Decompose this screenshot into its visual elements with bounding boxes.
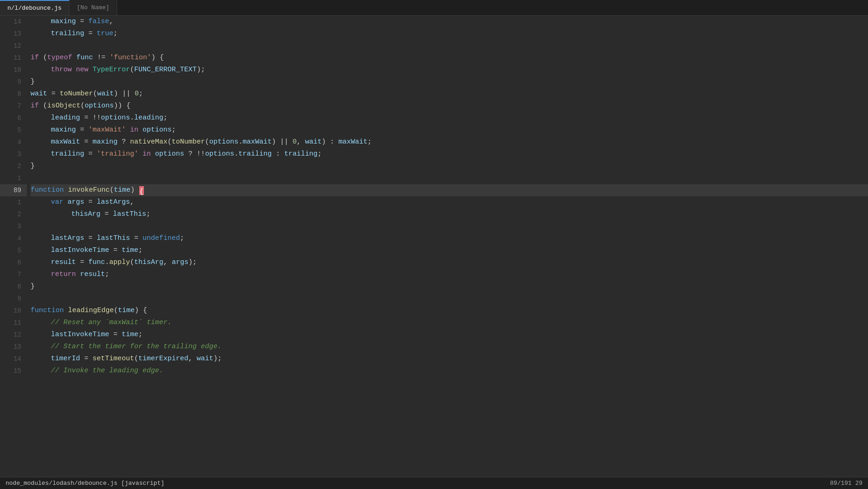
tab-debounce-label: n/l/debounce.js bbox=[7, 5, 62, 12]
ln-f8: 8 bbox=[6, 281, 21, 293]
tab-noname[interactable]: [No Name] bbox=[69, 0, 117, 15]
ln-1a: 1 bbox=[6, 172, 21, 184]
code-line-2: } bbox=[31, 160, 868, 172]
ln-12: 12 bbox=[6, 40, 21, 52]
code-line-f14: timerId = setTimeout(timerExpired, wait)… bbox=[31, 353, 868, 365]
code-line-3: trailing = 'trailing' in options ? !!opt… bbox=[31, 148, 868, 160]
code-line-f13: // Start the timer for the trailing edge… bbox=[31, 341, 868, 353]
code-line-f4: lastArgs = lastThis = undefined; bbox=[31, 232, 868, 244]
ln-f15: 15 bbox=[6, 365, 21, 377]
tab-noname-label: [No Name] bbox=[77, 4, 109, 11]
code-line-14: maxing = false, bbox=[31, 16, 868, 28]
ln-f13: 13 bbox=[6, 341, 21, 353]
ln-f3: 3 bbox=[6, 220, 21, 232]
code-line-11: if (typeof func != 'function') { bbox=[31, 52, 868, 64]
ln-f11: 11 bbox=[6, 317, 21, 329]
code-line-f9 bbox=[31, 293, 868, 305]
status-bar: node_modules/lodash/debounce.js [javascr… bbox=[0, 477, 868, 489]
code-line-6: leading = !!options.leading; bbox=[31, 112, 868, 124]
ln-f10: 10 bbox=[6, 305, 21, 317]
ln-3: 3 bbox=[6, 148, 21, 160]
ln-f2: 2 bbox=[6, 208, 21, 220]
status-file: node_modules/lodash/debounce.js [javascr… bbox=[6, 480, 164, 487]
ln-f9: 9 bbox=[6, 293, 21, 305]
ln-f12: 12 bbox=[6, 329, 21, 341]
code-line-f10: function leadingEdge(time) { bbox=[31, 305, 868, 317]
ln-11: 11 bbox=[6, 52, 21, 64]
ln-10: 10 bbox=[6, 64, 21, 76]
tab-bar: n/l/debounce.js [No Name] bbox=[0, 0, 868, 16]
code-line-8: wait = toNumber(wait) || 0; bbox=[31, 88, 868, 100]
code-content: maxing = false, trailing = true; if (typ… bbox=[27, 16, 868, 477]
ln-f7: 7 bbox=[6, 269, 21, 281]
code-line-7: if (isObject(options)) { bbox=[31, 100, 868, 112]
code-line-10: throw new TypeError(FUNC_ERROR_TEXT); bbox=[31, 64, 868, 76]
ln-4: 4 bbox=[6, 136, 21, 148]
ln-9: 9 bbox=[6, 76, 21, 88]
code-line-f12: lastInvokeTime = time; bbox=[31, 329, 868, 341]
ln-7: 7 bbox=[6, 100, 21, 112]
status-position: 89/191 29 bbox=[830, 480, 862, 487]
code-line-89: function invokeFunc(time) { bbox=[31, 184, 868, 196]
ln-6: 6 bbox=[6, 112, 21, 124]
code-line-f6: result = func.apply(thisArg, args); bbox=[31, 257, 868, 269]
code-area: 14 13 12 11 10 9 8 7 6 5 4 3 2 1 89 1 2 … bbox=[0, 16, 868, 477]
ln-f6: 6 bbox=[6, 257, 21, 269]
ln-f1: 1 bbox=[6, 196, 21, 208]
ln-14: 14 bbox=[6, 16, 21, 28]
code-line-f11: // Reset any `maxWait` timer. bbox=[31, 317, 868, 329]
code-line-13: trailing = true; bbox=[31, 28, 868, 40]
ln-5: 5 bbox=[6, 124, 21, 136]
code-line-5: maxing = 'maxWait' in options; bbox=[31, 124, 868, 136]
code-line-f8: } bbox=[31, 281, 868, 293]
line-numbers: 14 13 12 11 10 9 8 7 6 5 4 3 2 1 89 1 2 … bbox=[0, 16, 27, 477]
ln-f14: 14 bbox=[6, 353, 21, 365]
code-line-f15: // Invoke the leading edge. bbox=[31, 365, 868, 377]
ln-f5: 5 bbox=[6, 244, 21, 257]
tab-debounce[interactable]: n/l/debounce.js bbox=[0, 0, 69, 15]
code-line-f3 bbox=[31, 220, 868, 232]
code-line-9: } bbox=[31, 76, 868, 88]
code-line-f2: thisArg = lastThis; bbox=[31, 208, 868, 220]
ln-13: 13 bbox=[6, 28, 21, 40]
code-line-12 bbox=[31, 40, 868, 52]
code-line-4: maxWait = maxing ? nativeMax(toNumber(op… bbox=[31, 136, 868, 148]
code-line-f1: var args = lastArgs, bbox=[31, 196, 868, 208]
ln-f4: 4 bbox=[6, 232, 21, 244]
code-line-f5: lastInvokeTime = time; bbox=[31, 244, 868, 257]
ln-8: 8 bbox=[6, 88, 21, 100]
editor: n/l/debounce.js [No Name] 14 13 12 11 10… bbox=[0, 0, 868, 489]
cursor: { bbox=[139, 186, 144, 195]
ln-89: 89 bbox=[0, 184, 27, 196]
ln-2: 2 bbox=[6, 160, 21, 172]
code-line-f7: return result; bbox=[31, 269, 868, 281]
code-line-1 bbox=[31, 172, 868, 184]
